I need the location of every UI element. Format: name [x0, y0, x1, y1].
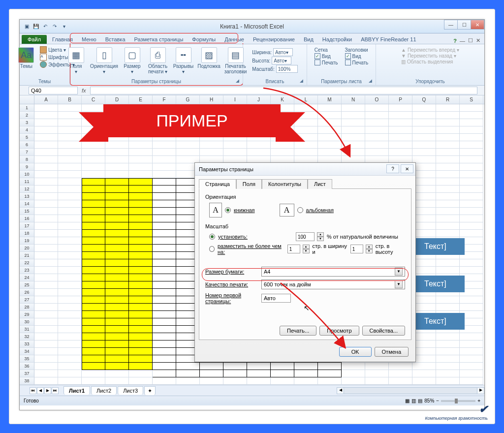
cell[interactable]: [365, 377, 389, 385]
qat-more-icon[interactable]: ▾: [60, 23, 68, 31]
cell[interactable]: [153, 200, 176, 208]
cell[interactable]: [105, 156, 129, 163]
cell[interactable]: [153, 245, 176, 252]
row-hdr[interactable]: 35: [20, 355, 34, 363]
cell[interactable]: [58, 208, 82, 215]
cell[interactable]: [105, 348, 129, 355]
cell[interactable]: [129, 245, 153, 252]
cell[interactable]: [82, 363, 105, 370]
cell[interactable]: [294, 377, 318, 385]
cell[interactable]: [58, 156, 82, 163]
cell[interactable]: [82, 200, 105, 208]
cell[interactable]: [436, 104, 460, 112]
cell[interactable]: [34, 289, 58, 296]
cell[interactable]: [342, 141, 365, 149]
col-hdr[interactable]: Q: [412, 95, 436, 104]
cell[interactable]: [247, 363, 271, 370]
cell[interactable]: [105, 281, 129, 289]
row-hdr[interactable]: 15: [20, 208, 34, 215]
cell[interactable]: [412, 178, 436, 186]
sheet-tab-2[interactable]: Лист2: [91, 386, 117, 395]
cell[interactable]: [460, 149, 483, 156]
cell[interactable]: [58, 370, 82, 377]
cell[interactable]: [58, 178, 82, 186]
cell[interactable]: [105, 252, 129, 259]
cell[interactable]: [247, 377, 271, 385]
cell[interactable]: [153, 340, 176, 348]
name-box[interactable]: [29, 87, 78, 94]
row-hdr[interactable]: 4: [20, 126, 34, 134]
col-hdr[interactable]: L: [294, 95, 318, 104]
sheet-options-launcher[interactable]: ◢: [369, 78, 375, 84]
cell[interactable]: [82, 355, 105, 363]
cell[interactable]: [365, 370, 389, 377]
row-hdr[interactable]: 25: [20, 281, 34, 289]
cell[interactable]: [129, 289, 153, 296]
cell[interactable]: [82, 178, 105, 186]
cell[interactable]: [105, 208, 129, 215]
cell[interactable]: [436, 178, 460, 186]
cell[interactable]: [58, 252, 82, 259]
cell[interactable]: [34, 186, 58, 193]
cell[interactable]: [365, 112, 389, 119]
cell[interactable]: [82, 326, 105, 333]
col-hdr[interactable]: I: [223, 95, 247, 104]
themes-button[interactable]: Aa Темы: [14, 45, 38, 69]
col-hdr[interactable]: N: [342, 95, 365, 104]
cell[interactable]: [153, 333, 176, 340]
row-hdr[interactable]: 37: [20, 370, 34, 377]
cell[interactable]: [129, 163, 153, 171]
cell[interactable]: [153, 281, 176, 289]
cell[interactable]: [153, 267, 176, 274]
headings-view-check[interactable]: ✓: [345, 53, 351, 59]
cell[interactable]: [34, 363, 58, 370]
col-hdr[interactable]: C: [82, 95, 105, 104]
cell[interactable]: [436, 222, 460, 230]
cell[interactable]: [105, 363, 129, 370]
cell[interactable]: [436, 149, 460, 156]
cell[interactable]: [412, 156, 436, 163]
formula-input[interactable]: [90, 87, 477, 94]
cell[interactable]: [58, 193, 82, 200]
cell[interactable]: [82, 156, 105, 163]
cell[interactable]: [412, 222, 436, 230]
cell[interactable]: [82, 348, 105, 355]
cell[interactable]: [82, 318, 105, 326]
cell[interactable]: [436, 363, 460, 370]
cell[interactable]: [34, 377, 58, 385]
cell[interactable]: [129, 193, 153, 200]
cell[interactable]: [129, 208, 153, 215]
cell[interactable]: [58, 245, 82, 252]
cell[interactable]: [460, 186, 483, 193]
cell[interactable]: [460, 119, 483, 126]
tab-addins[interactable]: Надстройки: [318, 35, 356, 44]
send-backward-button[interactable]: ▼Переместить назад ▾: [401, 53, 459, 59]
row-hdr[interactable]: 8: [20, 156, 34, 163]
grid-view-check[interactable]: ✓: [315, 53, 320, 59]
cell[interactable]: [82, 163, 105, 171]
scale-input[interactable]: 100%: [276, 65, 298, 73]
cell[interactable]: [105, 230, 129, 237]
cell[interactable]: [129, 355, 153, 363]
cancel-button[interactable]: Отмена: [375, 347, 409, 357]
cell[interactable]: [82, 245, 105, 252]
cell[interactable]: [129, 230, 153, 237]
cell[interactable]: [105, 355, 129, 363]
cell[interactable]: [153, 370, 176, 377]
width-select[interactable]: Авто ▾: [273, 48, 293, 56]
cell[interactable]: [34, 348, 58, 355]
cell[interactable]: [436, 171, 460, 178]
cell[interactable]: [129, 296, 153, 304]
cell[interactable]: [412, 186, 436, 193]
cell[interactable]: [34, 252, 58, 259]
maximize-button[interactable]: ☐: [457, 20, 471, 30]
size-button[interactable]: ▢Размер▾: [121, 45, 144, 74]
cell[interactable]: [412, 363, 436, 370]
cell[interactable]: [153, 156, 176, 163]
cell[interactable]: [412, 230, 436, 237]
cell[interactable]: [129, 215, 153, 222]
cell[interactable]: [412, 171, 436, 178]
cell[interactable]: [436, 370, 460, 377]
view-normal-icon[interactable]: ▦: [405, 398, 410, 403]
margins-button[interactable]: ▦Поля▾: [64, 45, 88, 74]
